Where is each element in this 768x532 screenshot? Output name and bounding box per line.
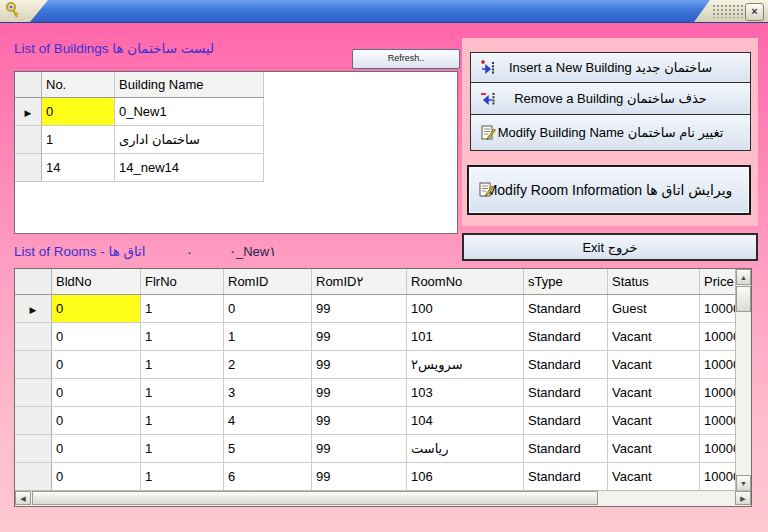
grid-cell[interactable]: ساختمان اداری <box>115 126 264 154</box>
row-selector[interactable] <box>15 407 52 435</box>
column-header[interactable]: RomID <box>224 269 312 295</box>
grid-cell[interactable]: 1 <box>224 323 312 351</box>
titlebar-left-cap <box>0 0 48 22</box>
grid-cell[interactable]: Standard <box>524 435 608 463</box>
titlebar[interactable]: × <box>0 0 768 23</box>
column-header[interactable]: Building Name <box>115 72 264 98</box>
grid-cell[interactable]: Standard <box>524 351 608 379</box>
row-selector[interactable]: ▶ <box>15 295 52 323</box>
grid-cell[interactable]: 99 <box>312 379 407 407</box>
grid-cell[interactable]: 99 <box>312 407 407 435</box>
grid-cell[interactable]: سرویس۲ <box>407 351 524 379</box>
grid-cell[interactable]: 1 <box>141 295 224 323</box>
grid-cell[interactable]: Standard <box>524 323 608 351</box>
grid-cell[interactable]: 99 <box>312 351 407 379</box>
table-row: ▶01099100StandardGuest100001 <box>15 295 752 323</box>
vertical-scroll-thumb[interactable] <box>736 286 751 312</box>
horizontal-scroll-thumb[interactable] <box>32 491 598 505</box>
table-row: 01199101StandardVacant100001 <box>15 323 752 351</box>
rooms-section-title: List of Rooms - اتاق ها <box>14 243 146 259</box>
column-header[interactable]: sType <box>524 269 608 295</box>
grid-cell[interactable]: 106 <box>407 463 524 491</box>
grid-cell[interactable]: 4 <box>224 407 312 435</box>
grid-cell[interactable]: 3 <box>224 379 312 407</box>
column-header[interactable]: RomID۲ <box>312 269 407 295</box>
grid-cell[interactable]: 2 <box>224 351 312 379</box>
column-header[interactable]: FlrNo <box>141 269 224 295</box>
column-header[interactable]: Status <box>608 269 700 295</box>
column-header[interactable]: BldNo <box>52 269 141 295</box>
grid-cell[interactable]: Vacant <box>608 407 700 435</box>
horizontal-scrollbar[interactable]: ◀ ▶ <box>15 490 751 506</box>
vertical-scrollbar[interactable]: ▲ ▼ <box>735 269 751 491</box>
grid-cell[interactable]: 0_New1 <box>115 98 264 126</box>
grid-cell[interactable]: 14 <box>42 154 115 182</box>
grid-cell[interactable]: 101 <box>407 323 524 351</box>
header-selector-cell <box>15 72 42 98</box>
modify-building-name-button[interactable]: Modify Building Name تغییر نام ساختمان <box>470 114 751 151</box>
exit-button[interactable]: Exit خروج <box>462 233 758 261</box>
row-selector[interactable] <box>15 379 52 407</box>
grid-cell[interactable]: 99 <box>312 435 407 463</box>
grid-cell[interactable]: Guest <box>608 295 700 323</box>
grid-cell[interactable]: 1 <box>141 323 224 351</box>
grid-cell[interactable]: 0 <box>52 435 141 463</box>
buildings-grid[interactable]: No.Building Name▶00_New11ساختمان اداری14… <box>14 71 458 234</box>
grid-cell[interactable]: 1 <box>141 407 224 435</box>
grid-cell[interactable]: 14_new14 <box>115 154 264 182</box>
scroll-up-button[interactable]: ▲ <box>736 269 751 285</box>
insert-building-button[interactable]: Insert a New Building ساختمان جدید <box>470 52 751 83</box>
grid-cell[interactable]: Standard <box>524 295 608 323</box>
close-button[interactable]: × <box>745 3 764 21</box>
grid-cell[interactable]: 0 <box>52 323 141 351</box>
modify-room-information-button[interactable]: Modify Room Information ویرایش اتاق ها <box>467 165 751 215</box>
grid-cell[interactable]: 100 <box>407 295 524 323</box>
grid-cell[interactable]: 99 <box>312 323 407 351</box>
grid-cell[interactable]: 1 <box>141 463 224 491</box>
grid-cell[interactable]: Vacant <box>608 435 700 463</box>
scroll-down-button[interactable]: ▼ <box>736 475 751 491</box>
column-header[interactable]: RoomNo <box>407 269 524 295</box>
row-selector[interactable] <box>15 126 42 154</box>
insert-record-icon <box>480 60 496 76</box>
row-selector[interactable] <box>15 463 52 491</box>
grid-cell[interactable]: 0 <box>52 379 141 407</box>
grid-cell[interactable]: 5 <box>224 435 312 463</box>
grid-cell[interactable]: 1 <box>141 351 224 379</box>
grid-cell[interactable]: 99 <box>312 463 407 491</box>
grid-cell[interactable]: 0 <box>42 98 115 126</box>
grid-cell[interactable]: 103 <box>407 379 524 407</box>
grid-cell[interactable]: 1 <box>141 379 224 407</box>
titlebar-grip[interactable] <box>712 4 744 18</box>
row-selector[interactable] <box>15 154 42 182</box>
refresh-button[interactable]: Refresh.. <box>352 49 460 69</box>
grid-cell[interactable]: Vacant <box>608 463 700 491</box>
row-selector[interactable]: ▶ <box>15 98 42 126</box>
grid-cell[interactable]: 0 <box>52 351 141 379</box>
scroll-right-button[interactable]: ▶ <box>735 491 751 505</box>
grid-cell[interactable]: ریاست <box>407 435 524 463</box>
scroll-left-button[interactable]: ◀ <box>15 491 31 505</box>
grid-cell[interactable]: 0 <box>52 407 141 435</box>
grid-cell[interactable]: Standard <box>524 379 608 407</box>
grid-cell[interactable]: 0 <box>52 295 141 323</box>
grid-cell[interactable]: 99 <box>312 295 407 323</box>
row-selector[interactable] <box>15 435 52 463</box>
grid-cell[interactable]: 1 <box>141 435 224 463</box>
row-selector[interactable] <box>15 323 52 351</box>
grid-cell[interactable]: 0 <box>224 295 312 323</box>
grid-cell[interactable]: 0 <box>52 463 141 491</box>
remove-building-button[interactable]: Remove a Building حذف ساختمان <box>470 82 751 115</box>
grid-cell[interactable]: 1 <box>42 126 115 154</box>
grid-cell[interactable]: 104 <box>407 407 524 435</box>
table-row: 1ساختمان اداری <box>15 126 264 154</box>
grid-cell[interactable]: Standard <box>524 407 608 435</box>
grid-cell[interactable]: Vacant <box>608 323 700 351</box>
grid-cell[interactable]: Vacant <box>608 379 700 407</box>
grid-cell[interactable]: 6 <box>224 463 312 491</box>
column-header[interactable]: No. <box>42 72 115 98</box>
grid-cell[interactable]: Vacant <box>608 351 700 379</box>
grid-cell[interactable]: Standard <box>524 463 608 491</box>
rooms-grid[interactable]: BldNoFlrNoRomIDRomID۲RoomNosTypeStatusPr… <box>14 268 752 507</box>
row-selector[interactable] <box>15 351 52 379</box>
